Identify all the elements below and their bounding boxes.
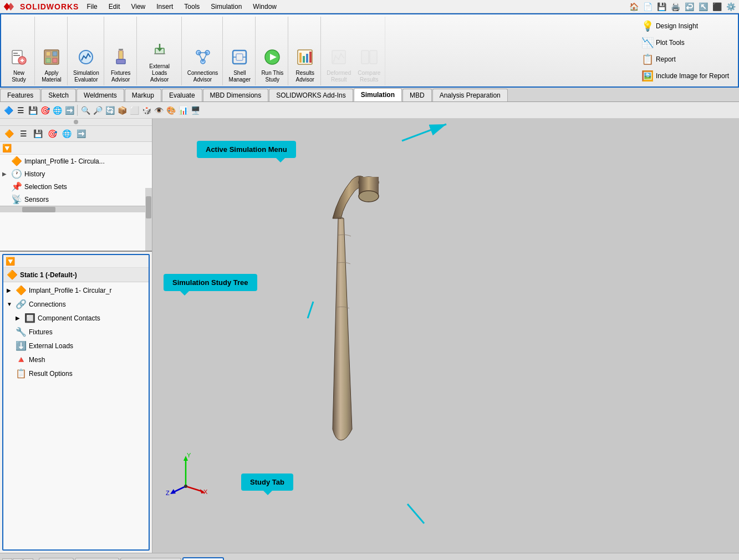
menu-item-view[interactable]: View bbox=[128, 2, 149, 12]
view-rotate-icon[interactable]: 🔄 bbox=[104, 104, 116, 116]
tree-item-history[interactable]: ▶ 🕐 History bbox=[0, 167, 152, 180]
menu-item-insert[interactable]: Insert bbox=[153, 2, 176, 12]
menu-item-tools[interactable]: Tools bbox=[181, 2, 203, 12]
new-study-button[interactable]: NewStudy bbox=[6, 47, 32, 84]
tree-icon-save[interactable]: 💾 bbox=[31, 127, 44, 140]
menu-item-window[interactable]: Window bbox=[249, 2, 280, 12]
view-chart-icon[interactable]: 📊 bbox=[177, 104, 189, 116]
tree-toolbar-icon-5[interactable]: 🌐 bbox=[51, 104, 63, 116]
toolbar-print-icon[interactable]: 🖨️ bbox=[669, 1, 681, 13]
tab-sketch[interactable]: Sketch bbox=[41, 89, 76, 101]
tree-toolbar-icon-4[interactable]: 🎯 bbox=[39, 104, 51, 116]
view-color-icon[interactable]: 🎨 bbox=[165, 104, 177, 116]
toolbar-stop-icon[interactable]: ⬛ bbox=[711, 1, 723, 13]
tree-icon-target[interactable]: 🎯 bbox=[45, 127, 59, 140]
toolbar-home-icon[interactable]: 🏠 bbox=[628, 1, 640, 13]
results-advisor-button[interactable]: ResultsAdvisor bbox=[292, 47, 318, 84]
view-zoom2-icon[interactable]: 🔎 bbox=[91, 104, 104, 116]
implant-3d-model bbox=[291, 152, 402, 474]
tree-upper-scrollbar-h[interactable] bbox=[0, 206, 152, 212]
selection-sets-label: Selection Sets bbox=[24, 183, 67, 191]
view-cube-icon[interactable]: 🎲 bbox=[140, 104, 152, 116]
include-image-button[interactable]: 🖼️ Include Image for Report bbox=[639, 69, 731, 83]
tab-mbd-dimensions[interactable]: MBD Dimensions bbox=[203, 89, 269, 101]
tab-simulation[interactable]: Simulation bbox=[354, 88, 402, 101]
new-study-label: NewStudy bbox=[12, 70, 26, 83]
svg-point-58 bbox=[184, 485, 187, 488]
view-zoom-icon[interactable]: 🔍 bbox=[79, 104, 91, 116]
plot-tools-icon: 📉 bbox=[641, 37, 654, 49]
toolbar-doc-icon[interactable]: 📄 bbox=[641, 1, 654, 13]
toolbar-undo-icon[interactable]: ↩️ bbox=[683, 1, 695, 13]
tree-root-item[interactable]: 🔶 Implant_Profile 1- Circula... bbox=[0, 155, 152, 167]
ribbon-group-material: ApplyMaterial bbox=[36, 17, 68, 85]
study-item-component-contacts[interactable]: ▶ 🔲 Component Contacts bbox=[3, 311, 149, 325]
study-item-implant[interactable]: ▶ 🔶 Implant_Profile 1- Circular_r bbox=[3, 283, 149, 297]
tree-item-sensors[interactable]: 📡 Sensors bbox=[0, 193, 152, 206]
tree-icons-bar: 🔶 ☰ 💾 🎯 🌐 ➡️ bbox=[0, 126, 152, 142]
tree-icon-arrow[interactable]: ➡️ bbox=[74, 127, 88, 140]
toolbar-cursor-icon[interactable]: ↖️ bbox=[697, 1, 709, 13]
report-button[interactable]: 📋 Report bbox=[639, 52, 731, 67]
shell-manager-button[interactable]: ShellManager bbox=[226, 47, 253, 84]
external-loads-advisor-button[interactable]: ExternalLoads Advisor bbox=[140, 40, 179, 84]
view-select-icon[interactable]: ⬜ bbox=[128, 104, 140, 116]
mesh-tree-label: Mesh bbox=[29, 356, 45, 364]
include-image-icon: 🖼️ bbox=[641, 70, 654, 82]
compare-results-icon bbox=[360, 48, 378, 69]
tab-markup[interactable]: Markup bbox=[125, 89, 161, 101]
ribbon-group-connections: ConnectionsAdvisor bbox=[183, 17, 223, 85]
tree-upper-scrollbar-v[interactable] bbox=[145, 188, 152, 252]
apply-material-button[interactable]: ApplyMaterial bbox=[38, 47, 65, 84]
tree-item-selection-sets[interactable]: 📌 Selection Sets bbox=[0, 180, 152, 193]
study-item-mesh[interactable]: 🔺 Mesh bbox=[3, 353, 149, 366]
svg-rect-3 bbox=[13, 53, 18, 54]
plot-tools-button[interactable]: 📉 Plot Tools bbox=[639, 35, 731, 50]
view-monitor-icon[interactable]: 🖥️ bbox=[189, 104, 201, 116]
tree-toolbar-icon-2[interactable]: ☰ bbox=[14, 104, 27, 116]
bottom-tab-model[interactable]: Model bbox=[39, 558, 74, 560]
component-contacts-icon: 🔲 bbox=[24, 313, 35, 323]
tree-icon-part[interactable]: 🔶 bbox=[2, 127, 16, 140]
tab-evaluate[interactable]: Evaluate bbox=[162, 89, 202, 101]
tab-solidworks-addins[interactable]: SOLIDWORKS Add-Ins bbox=[269, 89, 353, 101]
view-box-icon[interactable]: 📦 bbox=[116, 104, 128, 116]
design-insight-button[interactable]: 💡 Design Insight bbox=[639, 19, 731, 33]
tab-features[interactable]: Features bbox=[0, 89, 40, 101]
connections-advisor-button[interactable]: ConnectionsAdvisor bbox=[185, 47, 221, 84]
tree-toolbar-icon-6[interactable]: ➡️ bbox=[63, 104, 75, 116]
study-item-external-loads[interactable]: ⬇️ External Loads bbox=[3, 339, 149, 353]
coordinate-system: Y X Z bbox=[164, 453, 208, 497]
study-item-fixtures[interactable]: 🔧 Fixtures bbox=[3, 325, 149, 339]
simulation-evaluator-button[interactable]: SimulationEvaluator bbox=[71, 47, 101, 84]
implant-svg bbox=[291, 152, 402, 474]
tree-icon-list[interactable]: ☰ bbox=[17, 127, 30, 140]
svg-rect-29 bbox=[236, 54, 243, 60]
bottom-tab-3d-views[interactable]: 3D Views bbox=[75, 558, 119, 560]
panel-resize-dot bbox=[74, 120, 78, 124]
ribbon-group-results: ResultsAdvisor bbox=[289, 17, 321, 85]
feature-tree-items: 🔶 Implant_Profile 1- Circula... ▶ 🕐 Hist… bbox=[0, 155, 152, 206]
tree-toolbar-icon-3[interactable]: 💾 bbox=[27, 104, 39, 116]
tab-weldments[interactable]: Weldments bbox=[77, 89, 124, 101]
tab-mbd[interactable]: MBD bbox=[402, 89, 432, 101]
compare-results-button[interactable]: CompareResults bbox=[355, 47, 383, 84]
menu-item-file[interactable]: File bbox=[83, 2, 100, 12]
view-eye-icon[interactable]: 👁️ bbox=[152, 104, 165, 116]
callout-study-tab-text: Study Tab bbox=[250, 478, 284, 486]
tab-analysis-preparation[interactable]: Analysis Preparation bbox=[432, 89, 508, 101]
include-image-label: Include Image for Report bbox=[656, 72, 729, 80]
menu-item-edit[interactable]: Edit bbox=[105, 2, 124, 12]
study-item-connections[interactable]: ▼ 🔗 Connections bbox=[3, 297, 149, 311]
menu-item-simulation[interactable]: Simulation bbox=[207, 2, 245, 12]
run-this-study-button[interactable]: Run ThisStudy bbox=[259, 47, 286, 84]
deformed-result-button[interactable]: DeformedResult bbox=[324, 47, 353, 84]
toolbar-settings-icon[interactable]: ⚙️ bbox=[725, 1, 737, 13]
fixtures-advisor-button[interactable]: FixturesAdvisor bbox=[108, 47, 134, 84]
toolbar-save-icon[interactable]: 💾 bbox=[655, 1, 667, 13]
tree-toolbar-icon-1[interactable]: 🔷 bbox=[2, 104, 14, 116]
tree-icon-globe[interactable]: 🌐 bbox=[60, 127, 73, 140]
study-item-result-options[interactable]: 📋 Result Options bbox=[3, 366, 149, 380]
bottom-tab-motion-study-1[interactable]: Motion Study 1 bbox=[120, 558, 181, 560]
bottom-tab-static-1[interactable]: Static 1 bbox=[182, 557, 224, 560]
